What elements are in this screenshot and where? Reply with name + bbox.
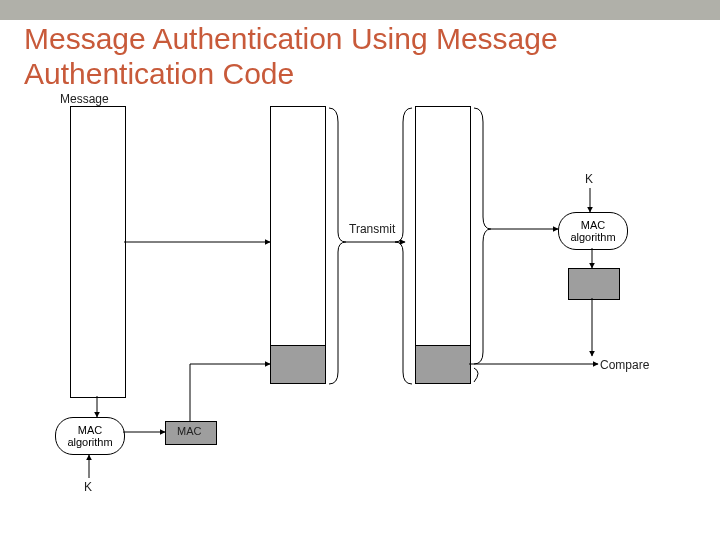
slide-top-bar xyxy=(0,0,720,20)
diagram-connectors xyxy=(0,92,720,522)
mac-diagram: Message MAC algorithm MAC K Transmit MAC… xyxy=(0,92,720,522)
slide-title: Message Authentication Using Message Aut… xyxy=(24,22,684,91)
